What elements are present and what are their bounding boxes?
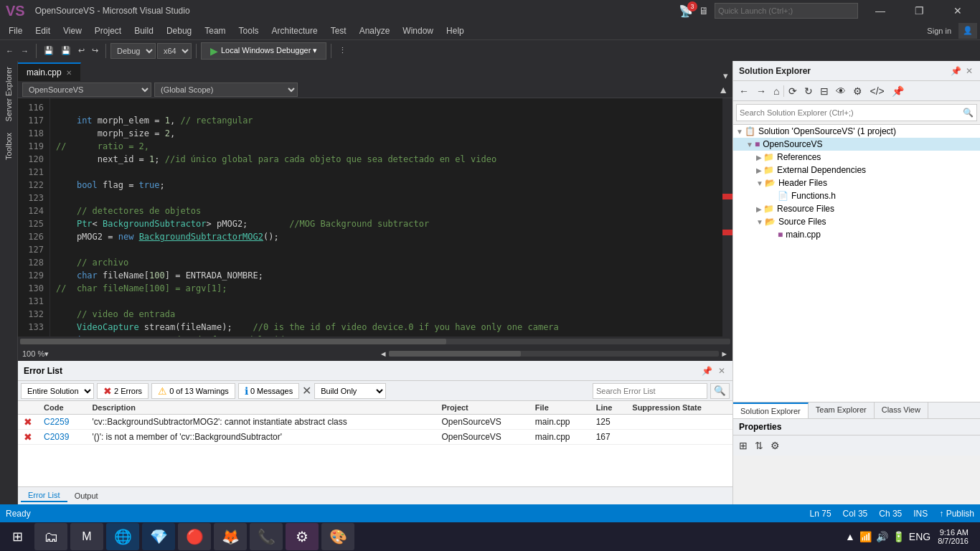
se-back-btn[interactable]: ← (736, 84, 752, 98)
header-files-item[interactable]: ▼ 📂 Header Files (733, 176, 980, 189)
sign-in-button[interactable]: Sign in (921, 27, 957, 35)
col-code[interactable]: Code (38, 401, 86, 415)
platform-combo[interactable]: x64 (157, 43, 192, 59)
class-view-panel-tab[interactable]: Class View (875, 402, 928, 418)
h-scroll-thumb2[interactable] (389, 351, 521, 357)
output-tab[interactable]: Output (67, 490, 105, 501)
error-code-1[interactable]: C2259 (38, 415, 86, 430)
search-button[interactable]: 🔍 (710, 383, 730, 399)
quick-launch-input[interactable] (715, 3, 858, 19)
tab-dropdown-button[interactable]: ▾ (719, 70, 732, 81)
se-properties-btn[interactable]: ⚙ (850, 84, 865, 98)
solution-root-item[interactable]: ▼ 📋 Solution 'OpenSourceVS' (1 project) (733, 125, 980, 138)
code-editor[interactable]: int morph_elem = 1, // rectangular morph… (50, 98, 722, 336)
paint-taskbar[interactable]: 🎨 (321, 523, 354, 550)
object-combo[interactable]: OpenSourceVS (22, 83, 151, 97)
props-categories-btn[interactable]: ⊞ (736, 438, 750, 453)
chrome-taskbar[interactable]: 🔴 (178, 523, 211, 550)
undo-button[interactable]: ↩ (75, 42, 88, 60)
save-button[interactable]: 💾 (41, 42, 57, 60)
menu-team[interactable]: Team (199, 22, 231, 39)
refs-arrow-icon[interactable]: ▶ (756, 154, 762, 161)
error-code-2[interactable]: C2039 (38, 430, 86, 445)
resource-arrow-icon[interactable]: ▶ (756, 205, 762, 213)
menu-test[interactable]: Test (325, 22, 352, 39)
build-only-combo[interactable]: Build Only (314, 383, 386, 399)
scroll-right-button[interactable]: ► (720, 349, 728, 358)
ext-deps-item[interactable]: ▶ 📁 External Dependencies (733, 164, 980, 176)
solution-explorer-panel-tab[interactable]: Solution Explorer (733, 402, 809, 418)
col-project[interactable]: Project (435, 401, 529, 415)
messages-button[interactable]: ℹ 0 Messages (238, 383, 299, 399)
col-file[interactable]: File (529, 401, 590, 415)
redo-button[interactable]: ↪ (89, 42, 101, 60)
error-search-input[interactable] (593, 383, 707, 399)
project-arrow-icon[interactable]: ▼ (746, 141, 753, 149)
debug-config-combo[interactable]: Debug (110, 43, 156, 59)
menu-tools[interactable]: Tools (233, 22, 265, 39)
error-row-1[interactable]: ✖ C2259 'cv::BackgroundSubtractorMOG2': … (18, 415, 732, 430)
back-button[interactable]: ← (3, 42, 17, 60)
menu-window[interactable]: Window (397, 22, 439, 39)
forward-button[interactable]: → (18, 42, 32, 60)
file-explorer-taskbar[interactable]: 🗂 (34, 523, 67, 550)
references-item[interactable]: ▶ 📁 References (733, 151, 980, 164)
se-forward-btn[interactable]: → (753, 84, 769, 98)
col-icon[interactable] (18, 401, 38, 415)
source-files-item[interactable]: ▼ 📂 Source Files (733, 215, 980, 228)
menu-help[interactable]: Help (440, 22, 470, 39)
tab-close-icon[interactable]: ✕ (66, 69, 72, 77)
menu-debug[interactable]: Debug (161, 22, 197, 39)
pin-button[interactable]: 📌 (700, 364, 714, 377)
toolbar-more-btn[interactable]: ⋮ (336, 42, 349, 60)
se-refresh-btn[interactable]: ↻ (801, 84, 816, 98)
functions-h-item[interactable]: 📄 Functions.h (733, 189, 980, 202)
mail-taskbar[interactable]: M (70, 523, 103, 550)
se-code-btn[interactable]: </> (867, 84, 887, 98)
editor-tab-main-cpp[interactable]: main.cpp ✕ (18, 62, 81, 81)
menu-file[interactable]: File (3, 22, 28, 39)
editor-h-scrollbar[interactable] (18, 336, 732, 347)
se-pin2-btn[interactable]: 📌 (889, 84, 907, 98)
show-desktop-button[interactable] (971, 523, 977, 550)
col-description[interactable]: Description (86, 401, 435, 415)
project-item[interactable]: ▼ ■ OpenSourceVS (733, 138, 980, 151)
zoom-dropdown-button[interactable]: ▾ (44, 349, 49, 359)
team-explorer-panel-tab[interactable]: Team Explorer (809, 402, 875, 418)
menu-edit[interactable]: Edit (29, 22, 56, 39)
ext-deps-arrow-icon[interactable]: ▶ (756, 166, 762, 174)
notification-badge[interactable]: 3 (687, 1, 697, 11)
firefox-taskbar[interactable]: 🦊 (214, 523, 247, 550)
gem-taskbar[interactable]: 💎 (142, 523, 175, 550)
resource-files-item[interactable]: ▶ 📁 Resource Files (733, 202, 980, 215)
maximize-button[interactable]: ❐ (903, 0, 936, 22)
menu-view[interactable]: View (57, 22, 88, 39)
panel-close-button[interactable]: ✕ (717, 364, 727, 377)
toolbox-tab[interactable]: Toolbox (1, 127, 16, 166)
se-search-input[interactable] (740, 108, 963, 117)
scope-combo[interactable]: (Global Scope) (154, 83, 298, 97)
props-settings-btn[interactable]: ⚙ (768, 438, 783, 453)
editor-scroll-up-button[interactable]: ▲ (718, 84, 728, 95)
warnings-button[interactable]: ⚠ 0 of 13 Warnings (151, 383, 235, 399)
source-arrow-icon[interactable]: ▼ (756, 218, 763, 226)
se-collapse-btn[interactable]: ⊟ (817, 84, 831, 98)
ie-taskbar[interactable]: 🌐 (106, 523, 139, 550)
menu-project[interactable]: Project (89, 22, 127, 39)
error-list-tab[interactable]: Error List (21, 489, 67, 502)
menu-build[interactable]: Build (128, 22, 159, 39)
save-all-button[interactable]: 💾 (58, 42, 74, 60)
se-show-all-btn[interactable]: 👁 (833, 84, 849, 98)
taskbar-clock[interactable]: 9:16 AM 8/7/2016 (938, 528, 969, 545)
se-close-button[interactable]: ✕ (964, 65, 974, 77)
errors-button[interactable]: ✖ 2 Errors (97, 383, 149, 399)
menu-architecture[interactable]: Architecture (266, 22, 324, 39)
se-sync-btn[interactable]: ⟳ (786, 84, 800, 98)
skype-taskbar[interactable]: 📞 (250, 523, 283, 550)
se-pin-button[interactable]: 📌 (949, 65, 963, 77)
vs-taskbar[interactable]: ⚙ (286, 523, 319, 550)
main-cpp-item[interactable]: ■ main.cpp (733, 228, 980, 241)
server-explorer-tab[interactable]: Server Explorer (1, 61, 16, 127)
start-button[interactable]: ⊞ (3, 523, 32, 550)
scroll-left-button[interactable]: ◄ (380, 349, 387, 358)
